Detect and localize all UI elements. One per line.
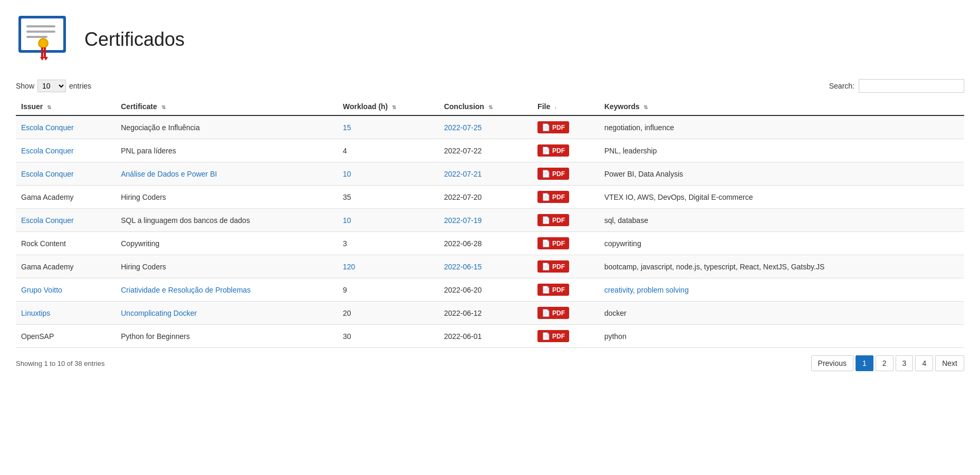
pdf-button[interactable]: 📄 PDF	[537, 307, 569, 319]
pdf-icon: 📄	[542, 123, 550, 131]
pdf-button[interactable]: 📄 PDF	[537, 144, 569, 157]
col-keywords[interactable]: Keywords ⇅	[599, 98, 964, 115]
cell-file: 📄 PDF	[532, 255, 599, 278]
pdf-button[interactable]: 📄 PDF	[537, 214, 569, 226]
pdf-icon: 📄	[542, 193, 550, 201]
cell-workload: 9	[338, 278, 439, 302]
cell-issuer: Escola Conquer	[16, 115, 116, 139]
certificates-table-wrap: Issuer ⇅ Certificate ⇅ Workload (h) ⇅ Co…	[0, 98, 980, 348]
cell-issuer: OpenSAP	[16, 325, 116, 348]
pdf-button[interactable]: 📄 PDF	[537, 168, 569, 180]
cell-issuer: Gama Academy	[16, 186, 116, 209]
conclusion-link[interactable]: 2022-06-15	[444, 263, 482, 271]
cell-workload: 35	[338, 186, 439, 209]
table-row: Escola ConquerPNL para líderes42022-07-2…	[16, 139, 964, 162]
table-controls: Show 10 25 50 100 entries Search:	[0, 74, 980, 98]
certificate-link[interactable]: Análise de Dados e Power BI	[121, 170, 217, 178]
certificate-link[interactable]: Criatividade e Resolução de Problemas	[121, 286, 251, 294]
table-row: LinuxtipsUncomplicating Docker202022-06-…	[16, 302, 964, 325]
keywords-link[interactable]: creativity, problem solving	[604, 286, 689, 294]
issuer-link[interactable]: Escola Conquer	[21, 170, 74, 178]
page-1-button[interactable]: 1	[856, 355, 873, 371]
table-row: Gama AcademyHiring Coders352022-07-20📄 P…	[16, 186, 964, 209]
certificate-link[interactable]: Uncomplicating Docker	[121, 309, 197, 317]
showing-text: Showing 1 to 10 of 38 entries	[16, 360, 104, 367]
issuer-link[interactable]: Grupo Voitto	[21, 286, 62, 294]
previous-button[interactable]: Previous	[811, 355, 853, 371]
svg-rect-4	[26, 36, 47, 38]
cell-file: 📄 PDF	[532, 209, 599, 232]
col-conclusion[interactable]: Conclusion ⇅	[439, 98, 532, 115]
show-label: Show	[16, 82, 34, 90]
svg-marker-10	[44, 57, 48, 61]
search-input[interactable]	[859, 79, 964, 93]
issuer-link[interactable]: Escola Conquer	[21, 123, 74, 132]
cell-certificate: Python for Beginners	[116, 325, 338, 348]
pdf-button[interactable]: 📄 PDF	[537, 260, 569, 273]
cell-file: 📄 PDF	[532, 139, 599, 162]
sort-icon-conclusion: ⇅	[488, 104, 493, 110]
show-entries-control: Show 10 25 50 100 entries	[16, 80, 91, 92]
conclusion-link[interactable]: 2022-07-25	[444, 123, 482, 132]
col-issuer[interactable]: Issuer ⇅	[16, 98, 116, 115]
cell-issuer: Grupo Voitto	[16, 278, 116, 302]
conclusion-link[interactable]: 2022-07-19	[444, 216, 482, 225]
cell-issuer: Linuxtips	[16, 302, 116, 325]
pdf-button[interactable]: 📄 PDF	[537, 191, 569, 203]
pdf-button[interactable]: 📄 PDF	[537, 330, 569, 342]
pdf-button[interactable]: 📄 PDF	[537, 284, 569, 296]
cell-conclusion: 2022-06-12	[439, 302, 532, 325]
cell-issuer: Escola Conquer	[16, 139, 116, 162]
page-4-button[interactable]: 4	[915, 355, 933, 371]
cell-conclusion: 2022-07-22	[439, 139, 532, 162]
pdf-icon: 📄	[542, 170, 550, 178]
cell-workload: 30	[338, 325, 439, 348]
cell-conclusion: 2022-07-25	[439, 115, 532, 139]
col-workload[interactable]: Workload (h) ⇅	[338, 98, 439, 115]
svg-rect-2	[26, 25, 55, 27]
cell-workload: 15	[338, 115, 439, 139]
page-3-button[interactable]: 3	[896, 355, 914, 371]
workload-link[interactable]: 120	[343, 263, 355, 271]
col-file[interactable]: File ↓	[532, 98, 599, 115]
table-row: OpenSAPPython for Beginners302022-06-01📄…	[16, 325, 964, 348]
workload-link[interactable]: 15	[343, 123, 351, 132]
svg-rect-8	[44, 47, 46, 58]
cell-certificate: Negociação e Influência	[116, 115, 338, 139]
cell-certificate: Análise de Dados e Power BI	[116, 162, 338, 186]
table-row: Rock ContentCopywriting32022-06-28📄 PDFc…	[16, 232, 964, 255]
workload-link[interactable]: 10	[343, 216, 351, 225]
cell-keywords: PNL, leadership	[599, 139, 964, 162]
pdf-button[interactable]: 📄 PDF	[537, 121, 569, 133]
cell-keywords: python	[599, 325, 964, 348]
workload-link[interactable]: 10	[343, 170, 351, 178]
cell-keywords: creativity, problem solving	[599, 278, 964, 302]
cell-keywords: sql, database	[599, 209, 964, 232]
cell-workload: 4	[338, 139, 439, 162]
issuer-link[interactable]: Linuxtips	[21, 309, 50, 317]
cell-conclusion: 2022-06-01	[439, 325, 532, 348]
pagination: Previous 1 2 3 4 Next	[811, 355, 964, 371]
table-header-row: Issuer ⇅ Certificate ⇅ Workload (h) ⇅ Co…	[16, 98, 964, 115]
cell-conclusion: 2022-07-19	[439, 209, 532, 232]
page-title: Certificados	[84, 28, 185, 51]
page-2-button[interactable]: 2	[876, 355, 893, 371]
cell-certificate: PNL para líderes	[116, 139, 338, 162]
pdf-button[interactable]: 📄 PDF	[537, 237, 569, 249]
table-row: Gama AcademyHiring Coders1202022-06-15📄 …	[16, 255, 964, 278]
entries-select[interactable]: 10 25 50 100	[37, 80, 66, 92]
cell-file: 📄 PDF	[532, 115, 599, 139]
issuer-link[interactable]: Escola Conquer	[21, 216, 74, 225]
cell-issuer: Escola Conquer	[16, 162, 116, 186]
table-row: Escola ConquerSQL a linguagem dos bancos…	[16, 209, 964, 232]
page-header: Certificados	[0, 0, 980, 74]
cell-conclusion: 2022-07-20	[439, 186, 532, 209]
conclusion-link[interactable]: 2022-07-21	[444, 170, 482, 178]
cell-file: 📄 PDF	[532, 162, 599, 186]
sort-icon-workload: ⇅	[392, 104, 396, 110]
issuer-link[interactable]: Escola Conquer	[21, 147, 74, 155]
col-certificate[interactable]: Certificate ⇅	[116, 98, 338, 115]
search-area: Search:	[829, 79, 964, 93]
cell-certificate: Hiring Coders	[116, 255, 338, 278]
next-button[interactable]: Next	[935, 355, 964, 371]
